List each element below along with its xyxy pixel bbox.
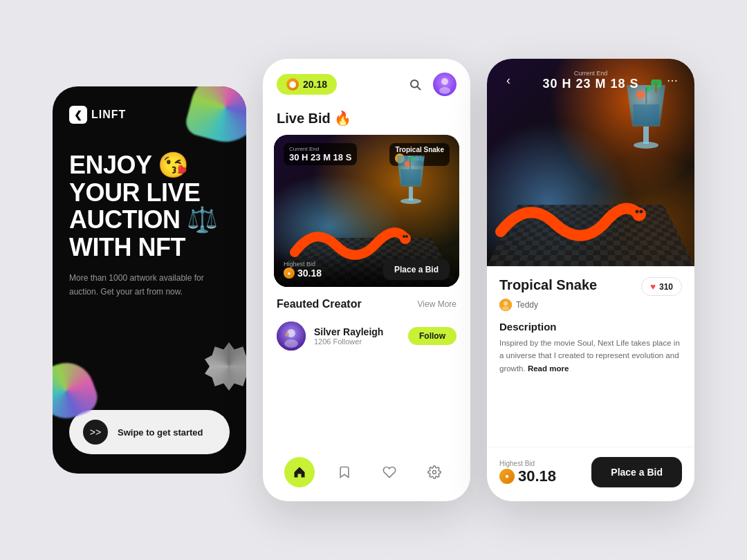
svg-marker-23 (633, 104, 659, 124)
detail-bottom-bar: Highest Bid ● 30.18 Place a Bid (487, 447, 694, 501)
svg-point-3 (441, 78, 448, 85)
coin-icon-med: ● (499, 469, 515, 484)
svg-rect-21 (643, 127, 649, 144)
nav-home[interactable] (284, 457, 315, 487)
svg-point-7 (400, 198, 421, 204)
logo-icon: ❮ (69, 106, 87, 124)
nft-detail-image: ‹ Current End 30 H 23 M 18 S ⋯ (487, 59, 694, 266)
nav-heart[interactable] (374, 457, 405, 487)
detail-bid-amount: ● 30.18 (499, 467, 556, 485)
phone3-header: ‹ Current End 30 H 23 M 18 S ⋯ (487, 59, 694, 102)
user-avatar[interactable] (433, 73, 456, 96)
more-options-button[interactable]: ⋯ (663, 70, 683, 91)
hero-title: ENJOY 😘 YOUR LIVE AUCTION ⚖️ WITH NFT (69, 151, 230, 261)
nft-main-title: Tropical Snake (499, 277, 597, 293)
countdown-label: Current End (289, 146, 351, 152)
svg-point-13 (405, 235, 408, 238)
svg-marker-8 (400, 169, 421, 185)
desc-text: Inspired by the movie Soul, Next Life ta… (499, 337, 682, 375)
detail-content: Tropical Snake ♥ 310 Teddy Description I… (487, 266, 694, 447)
coin-icon-sm: ● (284, 268, 295, 279)
balance-amount: 20.18 (303, 79, 327, 90)
detail-countdown-time: 30 H 23 M 18 S (542, 77, 638, 91)
live-bid-title: Live Bid 🔥 (263, 104, 470, 135)
phone2-header: ⬤ 20.18 (263, 59, 470, 104)
svg-rect-11 (409, 157, 411, 169)
creator-name: Silver Rayleigh (314, 326, 400, 337)
phone-splash: ❮ LINFT ENJOY 😘 YOUR LIVE AUCTION ⚖️ WIT… (53, 86, 246, 474)
creator-avatar (277, 321, 306, 351)
search-button[interactable] (404, 73, 426, 95)
heart-icon: ♥ (650, 281, 656, 292)
svg-point-17 (284, 339, 298, 348)
nav-settings[interactable] (419, 457, 450, 487)
svg-point-31 (636, 210, 639, 214)
creator-info: Silver Rayleigh 1206 Follower (314, 326, 400, 346)
svg-point-14 (403, 235, 405, 238)
creator-row: Silver Rayleigh 1206 Follower Follow (263, 316, 470, 356)
coin-icon: ⬤ (286, 78, 299, 91)
phone-detail: ‹ Current End 30 H 23 M 18 S ⋯ (487, 59, 694, 501)
svg-point-19 (432, 471, 436, 474)
follow-button[interactable]: Follow (408, 327, 456, 345)
read-more-link[interactable]: Read more (528, 364, 569, 373)
svg-point-18 (285, 333, 289, 337)
countdown-badge: Current End 30 H 23 M 18 S (284, 143, 357, 165)
snake-art (288, 218, 412, 266)
featured-section: Feauted Creator View More (263, 287, 470, 316)
like-badge[interactable]: ♥ 310 (641, 277, 682, 296)
artist-avatar (499, 299, 512, 311)
swipe-button[interactable]: >> Swipe to get started (69, 410, 230, 454)
detail-bid-info: Highest Bid ● 30.18 (499, 460, 556, 485)
phone-live-bid: ⬤ 20.18 Live Bid 🔥 (263, 59, 470, 501)
bottom-nav (263, 449, 470, 501)
countdown-time: 30 H 23 M 18 S (289, 152, 351, 162)
header-icons (404, 73, 456, 96)
back-button[interactable]: ‹ (498, 70, 519, 91)
svg-point-4 (439, 87, 450, 94)
svg-point-30 (640, 210, 643, 214)
detail-countdown-label: Current End (542, 70, 638, 77)
svg-point-29 (632, 207, 646, 221)
svg-line-1 (417, 86, 420, 89)
desc-title: Description (499, 321, 682, 333)
highest-bid-amount: ● 30.18 (284, 268, 322, 279)
svg-point-33 (504, 301, 508, 306)
nft-card[interactable]: Current End 30 H 23 M 18 S Tropical Snak… (274, 135, 459, 287)
nft-title-row: Tropical Snake ♥ 310 (499, 277, 682, 296)
swipe-arrows-icon: >> (83, 420, 108, 445)
artist-name: Teddy (516, 300, 538, 310)
featured-title: Feauted Creator (277, 298, 362, 310)
holo-decoration-top (183, 86, 246, 149)
hero-section: ENJOY 😘 YOUR LIVE AUCTION ⚖️ WITH NFT Mo… (69, 151, 230, 393)
balance-badge: ⬤ 20.18 (277, 74, 337, 95)
svg-point-12 (400, 233, 411, 244)
creator-followers: 1206 Follower (314, 337, 400, 346)
cocktail-art (383, 149, 439, 218)
svg-point-34 (502, 306, 509, 310)
hero-subtitle: More than 1000 artwork available for auc… (69, 272, 208, 298)
logo-text: LINFT (91, 109, 126, 121)
svg-point-9 (405, 161, 410, 167)
view-more-link[interactable]: View More (418, 299, 456, 309)
detail-place-bid-button[interactable]: Place a Bid (591, 457, 682, 487)
detail-countdown: Current End 30 H 23 M 18 S (542, 70, 638, 91)
swipe-label: Swipe to get started (118, 427, 203, 438)
detail-snake-art (494, 190, 646, 245)
detail-bid-label: Highest Bid (499, 460, 556, 467)
svg-point-22 (634, 142, 658, 149)
nft-artist-row: Teddy (499, 299, 682, 311)
nav-bookmark[interactable] (329, 457, 360, 487)
like-count: 310 (659, 282, 673, 292)
